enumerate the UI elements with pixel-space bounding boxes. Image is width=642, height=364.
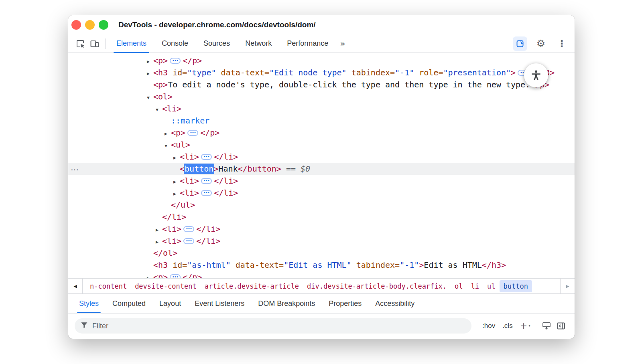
token-attr: tabindex= <box>351 260 400 270</box>
rendering-brush-icon[interactable] <box>539 319 554 333</box>
tab-sources[interactable]: Sources <box>196 34 238 53</box>
twisty-closed-icon[interactable]: ▸ <box>173 152 180 164</box>
tab-console[interactable]: Console <box>154 34 196 53</box>
dom-tree-row[interactable]: ▸<li>⋯</li> <box>68 151 575 163</box>
tab-elements[interactable]: Elements <box>109 34 154 53</box>
device-toolbar-icon[interactable] <box>87 36 102 51</box>
new-style-rule-button[interactable]: + <box>520 320 527 332</box>
inline-expand-icon[interactable]: ⋯ <box>201 178 212 184</box>
dom-tree-row[interactable]: ▾<ol> <box>68 91 575 103</box>
breadcrumb-scroll-left-icon[interactable]: ◂ <box>68 279 83 293</box>
twisty-closed-icon[interactable]: ▸ <box>147 272 153 278</box>
dom-tree-row[interactable]: </ol> <box>68 247 575 259</box>
token-tag: </li> <box>196 236 220 246</box>
inline-expand-icon[interactable]: ⋯ <box>187 130 198 136</box>
token-val: "as-html" <box>187 260 230 270</box>
dom-tree-row[interactable]: <p>To edit a node's type, double-click t… <box>68 79 575 91</box>
token-attr: id= <box>168 68 187 77</box>
dom-tree: ▸<p>⋯</p>▸<h3 id="type" data-text="Edit … <box>68 53 575 278</box>
toggle-element-state-button[interactable]: :hov <box>482 322 495 330</box>
twisty-closed-icon[interactable]: ▸ <box>173 188 180 200</box>
dom-tree-row[interactable]: ::marker <box>68 115 575 127</box>
minimize-window-button[interactable] <box>85 20 95 30</box>
dom-tree-row[interactable]: …<button>Hank</button> == $0 <box>68 163 575 175</box>
zoom-window-button[interactable] <box>99 20 108 30</box>
dom-tree-row[interactable]: </li> <box>68 211 575 223</box>
twisty-closed-icon[interactable]: ▸ <box>147 55 153 67</box>
inline-expand-icon[interactable]: ⋯ <box>201 190 212 196</box>
token-tag: <li> <box>180 152 199 162</box>
dom-tree-row[interactable]: ▸<p>⋯</p> <box>68 271 575 278</box>
filter-bar-divider <box>535 320 535 332</box>
breadcrumb-item[interactable]: article.devsite-article <box>201 280 303 292</box>
styles-tab-properties[interactable]: Properties <box>322 294 368 313</box>
styles-tab-event-listeners[interactable]: Event Listeners <box>188 294 251 313</box>
element-classes-button[interactable]: .cls <box>502 322 513 330</box>
token-attr: data-text= <box>216 68 269 77</box>
styles-tab-styles[interactable]: Styles <box>72 294 106 313</box>
twisty-closed-icon[interactable]: ▸ <box>173 176 180 188</box>
dom-tree-row[interactable]: ▸<li>⋯</li> <box>68 187 575 199</box>
kebab-menu-icon[interactable]: ⋮ <box>555 36 569 51</box>
breadcrumb-items: n-contentdevsite-contentarticle.devsite-… <box>86 280 532 292</box>
tab-performance[interactable]: Performance <box>279 34 336 53</box>
dock-rotate-icon[interactable] <box>513 36 527 51</box>
styles-tab-accessibility[interactable]: Accessibility <box>368 294 421 313</box>
twisty-open-icon[interactable]: ▾ <box>165 140 171 152</box>
breadcrumb-item[interactable]: n-content <box>86 280 131 292</box>
filter-input[interactable] <box>92 322 466 330</box>
token-tag: > <box>213 164 218 174</box>
node-more-actions-icon[interactable]: … <box>71 162 79 174</box>
inline-expand-icon[interactable]: ⋯ <box>170 58 181 64</box>
token-text: Edit as HTML <box>424 260 482 270</box>
devtools-toolbar: ElementsConsoleSourcesNetworkPerformance… <box>68 34 575 53</box>
token-val: "-1" <box>395 68 414 77</box>
twisty-closed-icon[interactable]: ▸ <box>156 236 162 248</box>
breadcrumb-item[interactable]: ul <box>483 280 499 292</box>
toggle-sidebar-icon[interactable] <box>554 319 568 333</box>
close-window-button[interactable] <box>71 20 81 30</box>
dom-tree-row[interactable]: <h3 id="as-html" data-text="Edit as HTML… <box>68 259 575 271</box>
breadcrumb-scroll-right-icon[interactable]: ▸ <box>560 279 575 293</box>
dom-tree-row[interactable]: ▾<ul> <box>68 139 575 151</box>
inspect-element-icon[interactable] <box>73 36 87 51</box>
twisty-closed-icon[interactable]: ▸ <box>156 224 162 236</box>
dom-tree-row[interactable]: ▸<p>⋯</p> <box>68 55 575 67</box>
tab-network[interactable]: Network <box>238 34 279 53</box>
token-tag: <h3 <box>153 260 168 270</box>
dom-tree-row[interactable]: ▸<li>⋯</li> <box>68 235 575 247</box>
twisty-closed-icon[interactable]: ▸ <box>165 127 171 140</box>
inline-expand-icon[interactable]: ⋯ <box>201 154 212 160</box>
twisty-open-icon[interactable]: ▾ <box>156 103 162 115</box>
inline-expand-icon[interactable]: ⋯ <box>183 226 194 232</box>
token-tag: </ol> <box>153 248 177 258</box>
inline-expand-icon[interactable]: ⋯ <box>183 238 194 244</box>
dom-tree-row[interactable]: ▸<li>⋯</li> <box>68 223 575 235</box>
breadcrumb-item[interactable]: li <box>467 280 483 292</box>
twisty-closed-icon[interactable]: ▸ <box>147 67 153 79</box>
dom-tree-row[interactable]: ▸<p>⋯</p> <box>68 127 575 139</box>
inline-expand-icon[interactable]: ⋯ <box>170 274 181 278</box>
settings-gear-icon[interactable]: ⚙ <box>534 36 548 51</box>
breadcrumb-item[interactable]: button <box>500 280 532 292</box>
breadcrumb-item[interactable]: devsite-content <box>131 280 201 292</box>
token-tag: > <box>511 68 516 77</box>
styles-tab-computed[interactable]: Computed <box>106 294 152 313</box>
token-tag: </li> <box>214 152 238 162</box>
token-hl: button <box>184 164 214 174</box>
dom-tree-row[interactable]: ▾<li> <box>68 103 575 115</box>
breadcrumb-item[interactable]: div.devsite-article-body.clearfix. <box>303 280 451 292</box>
styles-tab-layout[interactable]: Layout <box>152 294 188 313</box>
twisty-open-icon[interactable]: ▾ <box>147 91 153 103</box>
dom-tree-row[interactable]: ▸<h3 id="type" data-text="Edit node type… <box>68 67 575 79</box>
dom-tree-row[interactable]: </ul> <box>68 199 575 211</box>
token-val: "Edit as HTML" <box>284 260 351 270</box>
title-bar: DevTools - developer.chrome.com/docs/dev… <box>68 15 575 34</box>
token-tag: <p> <box>171 128 185 138</box>
token-tag: </li> <box>162 212 186 222</box>
token-tag: <ol> <box>153 92 173 101</box>
styles-tab-dom-breakpoints[interactable]: DOM Breakpoints <box>251 294 322 313</box>
dom-tree-row[interactable]: ▸<li>⋯</li> <box>68 175 575 187</box>
more-tabs-icon[interactable]: » <box>336 35 349 53</box>
breadcrumb-item[interactable]: ol <box>451 280 467 292</box>
